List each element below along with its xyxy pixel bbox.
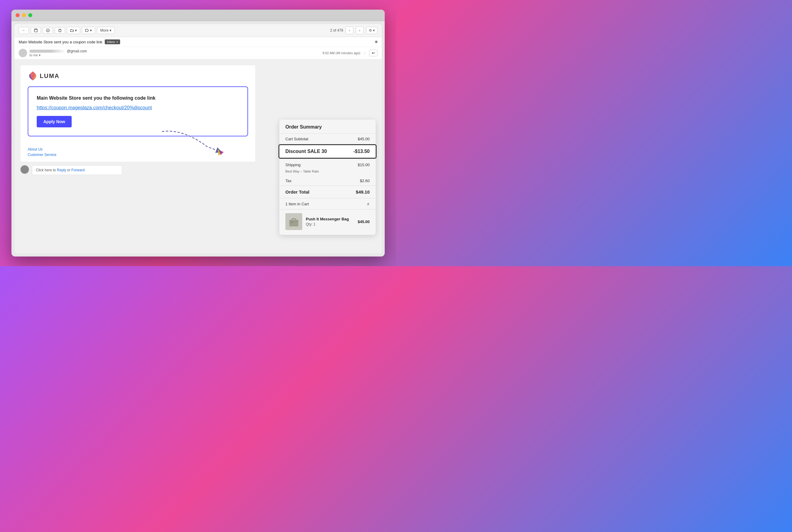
close-dot[interactable] (16, 13, 20, 17)
reply-avatar (20, 165, 29, 174)
more-button[interactable]: More ▾ (97, 27, 115, 34)
sender-name-placeholder (30, 50, 65, 53)
subject-bar: Main Website Store sent you a coupon cod… (15, 37, 382, 47)
cart-items-label: 1 Item in Cart (285, 202, 309, 206)
tax-value: $2.60 (360, 178, 370, 183)
discount-value: -$13.50 (353, 149, 370, 154)
email-footer: About Us Customer Service (20, 142, 255, 162)
reply-text-box: Click here to Reply or Forward (32, 165, 122, 175)
svg-rect-8 (291, 222, 293, 223)
subject-left: Main Website Store sent you a coupon cod… (19, 39, 120, 44)
cart-subtotal-value: $45.00 (358, 137, 370, 141)
maximize-dot[interactable] (28, 13, 32, 17)
svg-rect-0 (34, 30, 37, 32)
reply-button[interactable]: ↩ (369, 50, 378, 56)
shipping-value: $15.00 (358, 163, 370, 167)
email-toolbar: ← ▾ ▾ More (15, 24, 382, 37)
tax-label: Tax (285, 178, 291, 183)
luma-header: LUMA (20, 65, 255, 87)
cart-item-qty: Qty: 1 (306, 222, 354, 226)
svg-rect-7 (289, 220, 298, 226)
toolbar-right: 2 of 479 ‹ › ⚙ ▾ (330, 26, 378, 34)
folder-chevron: ▾ (75, 28, 77, 33)
reply-text-label: Click here to (36, 168, 56, 172)
toolbar-left: ← ▾ ▾ More (19, 27, 115, 34)
luma-icon (28, 71, 38, 81)
cart-item-row: Push It Messenger Bag Qty: 1 $45.00 (279, 210, 376, 235)
more-label: More (100, 28, 108, 33)
email-time: 9:02 AM (48 minutes ago) (323, 51, 360, 55)
coupon-message: Main Website Store sent you the followin… (37, 95, 239, 101)
back-button[interactable]: ← (19, 27, 29, 34)
tax-row: Tax $2.60 (279, 176, 376, 186)
sender-left: @gmail.com to me ▾ (19, 49, 87, 57)
order-total-value: $49.10 (356, 189, 370, 194)
inbox-close-icon[interactable]: × (116, 40, 118, 44)
label-chevron: ▾ (90, 28, 92, 33)
reply-link[interactable]: Reply (57, 168, 66, 172)
order-summary-panel: Order Summary Cart Subtotal $45.00 Disco… (279, 119, 376, 235)
order-total-label: Order Total (285, 189, 309, 194)
email-content: LUMA Main Website Store sent you the fol… (20, 65, 255, 162)
about-us-link[interactable]: About Us (28, 147, 248, 151)
bag-icon (288, 215, 300, 228)
sender-bar: @gmail.com to me ▾ 9:02 AM (48 minutes a… (15, 47, 382, 59)
label-button[interactable]: ▾ (82, 27, 95, 34)
to-me-label[interactable]: to me ▾ (30, 53, 87, 57)
chevron-up-icon: ∧ (367, 202, 370, 206)
info-button[interactable] (43, 27, 53, 34)
luma-brand-text: LUMA (40, 73, 60, 79)
shipping-row: Shipping $15.00 (285, 162, 370, 168)
prev-email-button[interactable]: ‹ (346, 26, 353, 34)
coupon-box: Main Website Store sent you the followin… (28, 87, 248, 136)
cart-subtotal-label: Cart Subtotal (285, 137, 308, 141)
next-email-button[interactable]: › (356, 26, 364, 34)
coupon-link[interactable]: https://coupon.mageplaza.com/checkout/20… (37, 105, 239, 111)
order-summary-title: Order Summary (285, 124, 322, 130)
order-summary-header: Order Summary (279, 119, 376, 134)
email-client: ← ▾ ▾ More (15, 24, 382, 253)
order-total-row: Order Total $49.10 (279, 186, 376, 198)
gear-chevron: ▾ (373, 28, 375, 33)
apply-now-button[interactable]: Apply Now (37, 116, 72, 127)
read-status-dot (375, 41, 378, 43)
shipping-label: Shipping (285, 163, 301, 167)
cart-subtotal-row: Cart Subtotal $45.00 (279, 134, 376, 144)
inbox-label: Inbox (107, 40, 115, 44)
discount-row: Discount SALE 30 -$13.50 (278, 144, 376, 159)
sender-email: @gmail.com (67, 49, 87, 53)
shipping-section: Shipping $15.00 Best Way – Table Rate (279, 159, 376, 176)
star-icon[interactable]: ☆ (363, 51, 367, 55)
minimize-dot[interactable] (22, 13, 26, 17)
email-subject: Main Website Store sent you a coupon cod… (19, 40, 102, 44)
cart-items-toggle[interactable]: 1 Item in Cart ∧ (279, 198, 376, 210)
gear-icon: ⚙ (369, 28, 372, 33)
cart-item-details: Push It Messenger Bag Qty: 1 (306, 217, 354, 226)
cart-item-image (285, 213, 302, 230)
email-body: LUMA Main Website Store sent you the fol… (15, 59, 382, 253)
inbox-badge: Inbox × (105, 39, 120, 44)
customer-service-link[interactable]: Customer Service (28, 153, 248, 157)
more-chevron: ▾ (110, 28, 111, 33)
cart-item-price: $45.00 (358, 220, 370, 224)
forward-link[interactable]: Forward (71, 168, 84, 172)
shipping-note: Best Way – Table Rate (285, 168, 370, 174)
sender-avatar (19, 49, 27, 57)
sender-info: @gmail.com to me ▾ (30, 49, 87, 57)
reply-or-label: or (67, 168, 71, 172)
email-counter: 2 of 479 (330, 28, 343, 33)
folder-button[interactable]: ▾ (67, 27, 80, 34)
titlebar (12, 10, 385, 21)
settings-button[interactable]: ⚙ ▾ (366, 27, 378, 34)
archive-button[interactable] (31, 27, 41, 34)
traffic-lights (16, 13, 32, 17)
sender-right: 9:02 AM (48 minutes ago) ☆ ↩ (323, 50, 378, 56)
delete-button[interactable] (55, 27, 65, 34)
discount-label: Discount SALE 30 (285, 149, 327, 154)
browser-window: ← ▾ ▾ More (12, 10, 385, 256)
luma-logo: LUMA (28, 71, 60, 81)
cart-item-name: Push It Messenger Bag (306, 217, 354, 221)
